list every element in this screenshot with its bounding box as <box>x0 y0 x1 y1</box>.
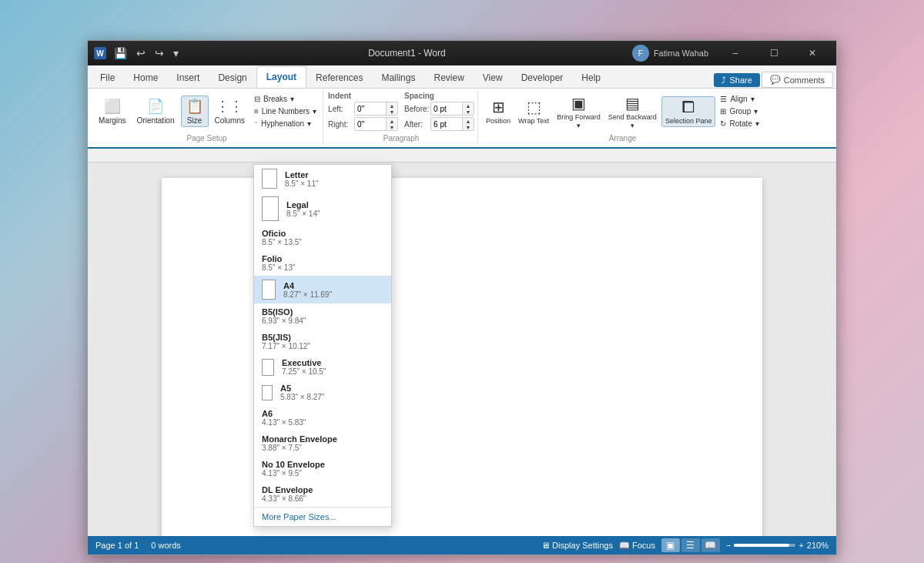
size-dims-b5iso: 6.93" × 9.84" <box>262 317 306 325</box>
print-layout-view-button[interactable]: ▣ <box>661 538 680 552</box>
spacing-before-value[interactable] <box>431 102 462 115</box>
selection-pane-icon: ⧠ <box>681 99 696 116</box>
doc-scroll-area[interactable] <box>88 163 836 536</box>
tab-file[interactable]: File <box>91 68 124 88</box>
quick-access-toolbar: 💾 ↩ ↪ ▾ <box>111 45 182 61</box>
size-scroll-area[interactable]: Letter 8.5" × 11" Legal 8.5" × 14" Ofici… <box>254 165 391 507</box>
spacing-after-up[interactable]: ▲ <box>463 118 474 124</box>
size-item-a4[interactable]: A4 8.27" × 11.69" <box>254 276 391 303</box>
save-button[interactable]: 💾 <box>111 45 130 61</box>
size-item-a5[interactable]: A5 5.83" × 8.27" <box>254 380 391 405</box>
zoom-out-button[interactable]: − <box>726 541 731 550</box>
tab-developer[interactable]: Developer <box>512 68 573 88</box>
size-dropdown: Letter 8.5" × 11" Legal 8.5" × 14" Ofici… <box>253 164 392 527</box>
comments-label: Comments <box>784 75 825 85</box>
spacing-after-down[interactable]: ▼ <box>463 124 474 130</box>
size-item-oficio[interactable]: Oficio 8.5" × 13.5" <box>254 225 391 250</box>
tab-review[interactable]: Review <box>424 68 473 88</box>
line-numbers-button[interactable]: ≡ Line Numbers ▾ <box>251 106 320 117</box>
send-backward-icon: ▤ <box>625 94 640 112</box>
spacing-before-row: Before: ▲ ▼ <box>404 102 474 116</box>
orientation-button[interactable]: 📄 Orientation <box>132 96 179 126</box>
spacing-after-input[interactable]: ▲ ▼ <box>430 117 474 131</box>
bring-forward-button[interactable]: ▣ Bring Forward ▾ <box>554 92 604 131</box>
wrap-text-button[interactable]: ⬚ Wrap Text <box>515 96 552 126</box>
indent-right-up[interactable]: ▲ <box>387 118 397 124</box>
rotate-button[interactable]: ↻ Rotate ▾ <box>717 118 762 129</box>
tab-home[interactable]: Home <box>124 68 167 88</box>
indent-right-value[interactable] <box>355 118 386 130</box>
size-name-dl-envelope: DL Envelope <box>262 485 313 494</box>
align-button[interactable]: ☰ Align ▾ <box>717 93 762 105</box>
size-dims-monarch-envelope: 3.88" × 7.5" <box>262 444 337 452</box>
columns-button[interactable]: ⋮⋮ Columns <box>210 96 249 126</box>
size-info-a5: A5 5.83" × 8.27" <box>280 384 324 401</box>
share-button[interactable]: ⤴ Share <box>714 73 759 87</box>
size-item-b5jis[interactable]: B5(JIS) 7.17" × 10.12" <box>254 329 391 354</box>
undo-button[interactable]: ↩ <box>133 45 149 61</box>
position-button[interactable]: ⊞ Position <box>483 96 514 126</box>
tab-help[interactable]: Help <box>572 68 610 88</box>
tab-insert[interactable]: Insert <box>167 68 209 88</box>
user-avatar[interactable]: F <box>632 45 649 62</box>
display-settings-button[interactable]: 🖥 Display Settings <box>541 541 613 550</box>
size-item-legal[interactable]: Legal 8.5" × 14" <box>254 193 391 225</box>
word-window: W 💾 ↩ ↪ ▾ Document1 - Word F Fatima Waha… <box>87 40 837 555</box>
breaks-icon: ⊟ <box>254 95 260 103</box>
focus-button[interactable]: 📖 Focus <box>619 541 655 551</box>
size-name-no10-envelope: No 10 Envelope <box>262 460 325 469</box>
indent-left-value[interactable] <box>355 102 386 115</box>
restore-button[interactable]: ☐ <box>756 41 792 65</box>
indent-left-input[interactable]: ▲ ▼ <box>354 102 398 116</box>
zoom-in-button[interactable]: + <box>798 541 803 550</box>
margins-icon: ⬜ <box>104 98 121 115</box>
hyphenation-button[interactable]: ⁻ Hyphenation ▾ <box>251 118 320 129</box>
tab-layout[interactable]: Layout <box>256 66 306 88</box>
title-bar: W 💾 ↩ ↪ ▾ Document1 - Word F Fatima Waha… <box>88 41 836 65</box>
size-item-executive[interactable]: Executive 7.25" × 10.5" <box>254 354 391 380</box>
indent-right-down[interactable]: ▼ <box>387 124 397 130</box>
margins-button[interactable]: ⬜ Margins <box>94 96 131 126</box>
more-paper-sizes-button[interactable]: More Paper Sizes... <box>254 507 391 526</box>
paragraph-label: Paragraph <box>328 132 474 144</box>
line-numbers-icon: ≡ <box>254 107 259 116</box>
spacing-before-down[interactable]: ▼ <box>463 109 474 115</box>
spacing-before-up[interactable]: ▲ <box>463 102 474 109</box>
breaks-button[interactable]: ⊟ Breaks ▾ <box>251 93 320 105</box>
indent-right-spinners: ▲ ▼ <box>386 118 397 130</box>
comments-button[interactable]: 💬 Comments <box>762 72 833 88</box>
size-item-b5iso[interactable]: B5(ISO) 6.93" × 9.84" <box>254 303 391 329</box>
size-item-monarch-envelope[interactable]: Monarch Envelope 3.88" × 7.5" <box>254 431 391 456</box>
spacing-before-input[interactable]: ▲ ▼ <box>430 102 474 116</box>
rotate-icon: ↻ <box>720 119 726 128</box>
indent-left-down[interactable]: ▼ <box>387 109 397 115</box>
indent-left-up[interactable]: ▲ <box>387 102 397 109</box>
tab-mailings[interactable]: Mailings <box>372 68 424 88</box>
size-item-no10-envelope[interactable]: No 10 Envelope 4.13" × 9.5" <box>254 456 391 481</box>
close-button[interactable]: ✕ <box>795 41 830 65</box>
minimize-button[interactable]: – <box>718 41 753 65</box>
customize-qa-button[interactable]: ▾ <box>170 45 182 61</box>
size-info-oficio: Oficio 8.5" × 13.5" <box>262 229 302 246</box>
size-button[interactable]: 📋 Size <box>181 96 209 127</box>
tab-design[interactable]: Design <box>209 68 256 88</box>
group-button[interactable]: ⊞ Group ▾ <box>717 106 762 117</box>
size-item-dl-envelope[interactable]: DL Envelope 4.33" × 8.66" <box>254 481 391 507</box>
spacing-before-spinners: ▲ ▼ <box>462 102 474 115</box>
indent-right-input[interactable]: ▲ ▼ <box>354 117 398 131</box>
size-item-a6[interactable]: A6 4.13" × 5.83" <box>254 405 391 431</box>
tab-actions: ⤴ Share 💬 Comments <box>714 72 833 88</box>
size-info-folio: Folio 8.5" × 13" <box>262 254 296 272</box>
size-dims-legal: 8.5" × 14" <box>286 209 320 218</box>
spacing-after-value[interactable] <box>431 118 462 130</box>
tab-references[interactable]: References <box>306 68 372 88</box>
zoom-slider[interactable] <box>734 544 795 547</box>
web-layout-view-button[interactable]: ☰ <box>681 538 700 552</box>
tab-view[interactable]: View <box>474 68 512 88</box>
redo-button[interactable]: ↪ <box>152 45 167 61</box>
read-view-button[interactable]: 📖 <box>701 538 720 552</box>
size-item-letter[interactable]: Letter 8.5" × 11" <box>254 165 391 193</box>
selection-pane-button[interactable]: ⧠ Selection Pane <box>661 96 716 127</box>
send-backward-button[interactable]: ▤ Send Backward ▾ <box>605 92 660 131</box>
size-item-folio[interactable]: Folio 8.5" × 13" <box>254 250 391 276</box>
